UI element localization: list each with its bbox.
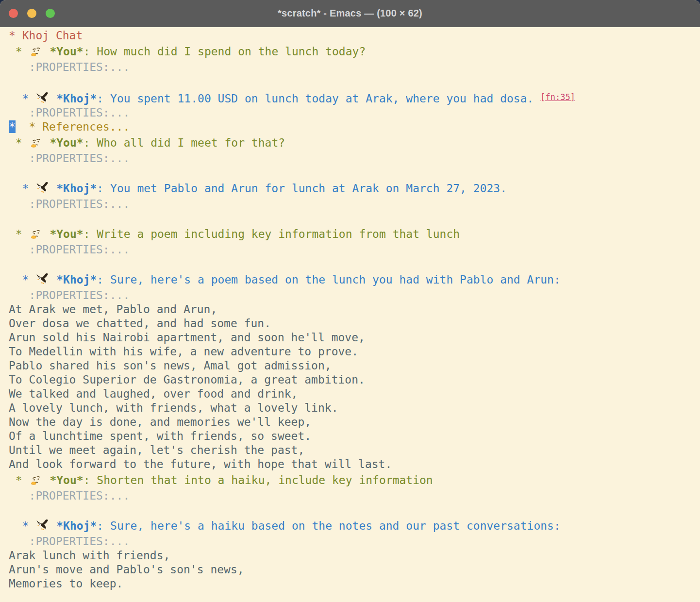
close-button[interactable]: [9, 9, 18, 18]
khoj-label: *Khoj*: [56, 92, 97, 105]
emacs-window: *scratch* - Emacs — (100 × 62) * Khoj Ch…: [0, 0, 700, 602]
khoj-label: *Khoj*: [56, 182, 97, 195]
khoj-message-text: *: [9, 519, 35, 532]
eagle-emoji: [36, 519, 49, 532]
khoj-message-text: [50, 92, 56, 105]
message-body-text: Arak lunch with friends,: [9, 549, 170, 562]
eagle-emoji: [36, 92, 49, 105]
khoj-message-text: : You spent 11.00 USD on lunch today at …: [97, 92, 540, 105]
properties-drawer-folded[interactable]: :PROPERTIES:...: [9, 61, 130, 73]
khoj-message-text: : Sure, here's a poem based on the lunch…: [97, 273, 560, 286]
titlebar[interactable]: *scratch* - Emacs — (100 × 62): [0, 0, 700, 27]
thinking-face-emoji: [30, 136, 43, 149]
message-body-text: At Arak we met, Pablo and Arun,: [9, 303, 217, 316]
buffer-line[interactable]: * *Khoj*: Sure, here's a haiku based on …: [9, 517, 700, 535]
buffer-line[interactable]: To Medellin with his wife, a new adventu…: [9, 345, 700, 359]
message-body-text: We talked and laughed, over food and dri…: [9, 387, 298, 400]
khoj-message-text: : Sure, here's a haiku based on the note…: [97, 519, 560, 532]
khoj-message-text: *: [9, 273, 35, 286]
khoj-chat-heading: * Khoj Chat: [9, 29, 83, 42]
buffer-line[interactable]: To Colegio Superior de Gastronomia, a gr…: [9, 373, 700, 387]
buffer-line[interactable]: Memories to keep.: [9, 577, 700, 591]
buffer-line[interactable]: :PROPERTIES:...: [9, 197, 700, 211]
khoj-message-text: : You met Pablo and Arun for lunch at Ar…: [97, 182, 507, 195]
zoom-button[interactable]: [46, 9, 55, 18]
buffer-line[interactable]: :PROPERTIES:...: [9, 151, 700, 166]
you-message-text: : Write a poem including key information…: [83, 228, 460, 240]
buffer-line[interactable]: Of a lunchtime spent, with friends, so s…: [9, 429, 700, 443]
buffer-line[interactable]: * *Khoj*: You spent 11.00 USD on lunch t…: [9, 88, 700, 106]
eagle-emoji: [36, 182, 49, 195]
buffer-line[interactable]: Arun sold his Nairobi apartment, and soo…: [9, 331, 700, 345]
thinking-face-emoji: [30, 473, 43, 486]
message-body-text: Arun sold his Nairobi apartment, and soo…: [9, 331, 365, 344]
buffer-line[interactable]: A lovely lunch, with friends, what a lov…: [9, 401, 700, 415]
text-cursor: *: [9, 120, 16, 133]
properties-drawer-folded[interactable]: :PROPERTIES:...: [9, 489, 130, 502]
eagle-emoji: [36, 273, 49, 286]
buffer-line[interactable]: * * References...: [9, 120, 700, 134]
buffer-line[interactable]: [9, 166, 700, 180]
buffer-line[interactable]: [9, 503, 700, 517]
khoj-message-text: [50, 182, 56, 195]
thinking-face-emoji: [30, 227, 43, 240]
buffer-line[interactable]: Pablo shared his son's news, Amal got ad…: [9, 359, 700, 373]
message-body-text: Pablo shared his son's news, Amal got ad…: [9, 359, 332, 372]
buffer-line[interactable]: :PROPERTIES:...: [9, 243, 700, 257]
buffer-line[interactable]: [9, 211, 700, 225]
properties-drawer-folded[interactable]: :PROPERTIES:...: [9, 289, 130, 301]
buffer-line[interactable]: Arak lunch with friends,: [9, 549, 700, 563]
you-message-text: [43, 228, 50, 240]
buffer-line[interactable]: * Khoj Chat: [9, 29, 700, 43]
buffer-line[interactable]: Until we meet again, let's cherish the p…: [9, 443, 700, 457]
buffer-line[interactable]: Over dosa we chatted, and had some fun.: [9, 317, 700, 331]
buffer-line[interactable]: [9, 74, 700, 88]
message-body-text: Of a lunchtime spent, with friends, so s…: [9, 430, 311, 442]
khoj-message-text: [50, 519, 56, 532]
buffer-line[interactable]: Now the day is done, and memories we'll …: [9, 415, 700, 429]
message-body-text: Arun's move and Pablo's son's news,: [9, 563, 244, 576]
window-title: *scratch* - Emacs — (100 × 62): [278, 8, 422, 19]
footnote-link[interactable]: [fn:35]: [540, 92, 575, 102]
buffer-line[interactable]: Arun's move and Pablo's son's news,: [9, 563, 700, 577]
buffer-line[interactable]: :PROPERTIES:...: [9, 535, 700, 549]
buffer-line[interactable]: We talked and laughed, over food and dri…: [9, 387, 700, 401]
khoj-label: *Khoj*: [56, 273, 97, 286]
you-message-text: [43, 474, 50, 486]
you-message-text: : Who all did I meet for that?: [83, 136, 285, 149]
message-body-text: To Medellin with his wife, a new adventu…: [9, 345, 358, 358]
properties-drawer-folded[interactable]: :PROPERTIES:...: [9, 243, 130, 256]
references-heading[interactable]: * References...: [16, 120, 130, 133]
buffer-line[interactable]: * *You*: Shorten that into a haiku, incl…: [9, 471, 700, 489]
buffer-line[interactable]: * *You*: Who all did I meet for that?: [9, 134, 700, 151]
buffer-line[interactable]: :PROPERTIES:...: [9, 288, 700, 302]
you-label: *You*: [50, 45, 83, 58]
buffer-line[interactable]: * *You*: How much did I spend on the lun…: [9, 43, 700, 60]
message-body-text: Now the day is done, and memories we'll …: [9, 416, 311, 428]
properties-drawer-folded[interactable]: :PROPERTIES:...: [9, 152, 130, 165]
properties-drawer-folded[interactable]: :PROPERTIES:...: [9, 535, 130, 548]
minimize-button[interactable]: [27, 9, 36, 18]
khoj-message-text: *: [9, 92, 35, 105]
you-message-text: : How much did I spend on the lunch toda…: [83, 45, 366, 58]
you-message-text: : Shorten that into a haiku, include key…: [83, 474, 433, 486]
buffer-line[interactable]: [9, 257, 700, 271]
properties-drawer-folded[interactable]: :PROPERTIES:...: [9, 106, 130, 119]
properties-drawer-folded[interactable]: :PROPERTIES:...: [9, 198, 130, 210]
you-message-text: [43, 45, 50, 58]
buffer-line[interactable]: * *Khoj*: You met Pablo and Arun for lun…: [9, 180, 700, 197]
buffer-line[interactable]: And look forward to the future, with hop…: [9, 457, 700, 471]
buffer-line[interactable]: * *You*: Write a poem including key info…: [9, 225, 700, 243]
message-body-text: A lovely lunch, with friends, what a lov…: [9, 401, 338, 414]
buffer-line[interactable]: :PROPERTIES:...: [9, 60, 700, 74]
you-message-text: *: [9, 136, 29, 149]
khoj-label: *Khoj*: [56, 519, 97, 532]
you-label: *You*: [50, 228, 83, 240]
you-message-text: *: [9, 228, 29, 240]
buffer-line[interactable]: At Arak we met, Pablo and Arun,: [9, 302, 700, 317]
org-chat-buffer[interactable]: * Khoj Chat * *You*: How much did I spen…: [0, 27, 700, 602]
buffer-line[interactable]: :PROPERTIES:...: [9, 489, 700, 503]
message-body-text: And look forward to the future, with hop…: [9, 458, 392, 470]
buffer-line[interactable]: * *Khoj*: Sure, here's a poem based on t…: [9, 271, 700, 288]
buffer-line[interactable]: :PROPERTIES:...: [9, 106, 700, 120]
